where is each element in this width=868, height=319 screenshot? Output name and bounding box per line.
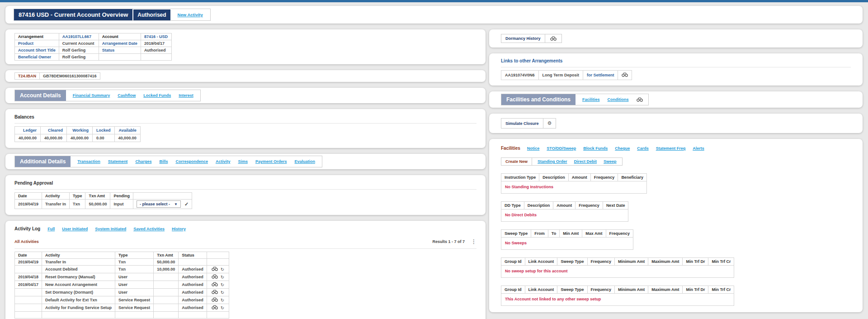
balances-card: Balances Ledger Cleared Working Locked A… bbox=[5, 109, 486, 148]
link-notice[interactable]: Notice bbox=[527, 146, 540, 151]
approve-check-icon[interactable]: ✓ bbox=[184, 201, 189, 207]
refresh-icon[interactable]: ↻ bbox=[221, 305, 224, 310]
all-activities-label: All Activities bbox=[14, 239, 39, 244]
column-header: Frequency bbox=[587, 258, 615, 266]
binoculars-icon[interactable] bbox=[550, 36, 557, 41]
iban-table: T24.IBAN GB78DEM060161300087416 bbox=[14, 72, 100, 80]
empty-cell bbox=[141, 54, 171, 61]
refresh-icon[interactable]: ↻ bbox=[221, 282, 224, 287]
link-charges[interactable]: Charges bbox=[135, 159, 151, 164]
binoculars-icon[interactable] bbox=[212, 290, 218, 294]
binoculars-icon[interactable] bbox=[212, 305, 218, 309]
link-cards[interactable]: Cards bbox=[637, 146, 649, 151]
working-balance: 40,000.00 bbox=[67, 134, 93, 142]
facilities-links: NoticeSTO/DD/SweepBlock FundsChequeCards… bbox=[527, 146, 704, 151]
table-row: AA191074V0N6 Long Term Deposit for Settl… bbox=[501, 71, 632, 80]
link-sto-dd-sweep[interactable]: STO/DD/Sweep bbox=[547, 146, 576, 151]
activity-actions-cell bbox=[207, 259, 229, 266]
refresh-icon[interactable]: ↻ bbox=[221, 290, 224, 295]
kebab-menu-icon[interactable]: ⋮ bbox=[471, 238, 476, 245]
link-standing-order[interactable]: Standing Order bbox=[538, 159, 567, 164]
table-row: Product Current Account Arrangement Date… bbox=[15, 40, 172, 47]
link-user-initiated[interactable]: User Initiated bbox=[62, 227, 88, 231]
link-sims[interactable]: Sims bbox=[238, 159, 248, 164]
additional-details-header: Additional Details bbox=[15, 156, 71, 167]
activity-status: Authorised bbox=[179, 281, 207, 289]
refresh-icon[interactable]: ↻ bbox=[221, 298, 224, 303]
link-evaluation[interactable]: Evaluation bbox=[295, 159, 316, 164]
link-saved-activities[interactable]: Saved Activities bbox=[133, 227, 165, 231]
refresh-icon[interactable]: ↻ bbox=[221, 275, 224, 280]
link-activity[interactable]: Activity bbox=[216, 159, 231, 164]
linked-arrangement-id[interactable]: AA191074V0N6 bbox=[501, 71, 539, 80]
link-conditions[interactable]: Conditions bbox=[608, 97, 629, 102]
arrangement-id[interactable]: AA19107LL667 bbox=[59, 33, 99, 40]
link-block-funds[interactable]: Block Funds bbox=[583, 146, 608, 151]
link-alerts[interactable]: Alerts bbox=[693, 146, 704, 151]
column-header: Group Id bbox=[501, 258, 525, 266]
binoculars-icon[interactable] bbox=[212, 282, 218, 286]
activity-amount bbox=[154, 289, 179, 296]
link-system-initiated[interactable]: System Initiated bbox=[95, 227, 126, 231]
product-label: Product bbox=[15, 40, 59, 47]
binoculars-icon[interactable] bbox=[212, 267, 218, 271]
linked-arrangements-card: Links to other Arrangements AA191074V0N6… bbox=[489, 53, 863, 86]
cleared-balance: 40,000.00 bbox=[41, 134, 67, 142]
page-title: 87416 USD - Current Account Overview bbox=[14, 9, 132, 20]
account-details-card: Account Details Financial SummaryCashflo… bbox=[5, 88, 486, 103]
activity-actions-cell: ↻ bbox=[207, 281, 229, 289]
iban-label: T24.IBAN bbox=[15, 73, 40, 80]
activity-date bbox=[15, 304, 42, 312]
sweep-setup-table-wrap: Group IdLink AccountSweep TypeFrequencyM… bbox=[501, 257, 851, 278]
link-correspondence[interactable]: Correspondence bbox=[175, 159, 208, 164]
link-statement[interactable]: Statement bbox=[108, 159, 128, 164]
beneficial-owner-value: Rolf Gerling bbox=[59, 54, 99, 61]
new-activity-link[interactable]: New Activity bbox=[178, 12, 203, 17]
link-full[interactable]: Full bbox=[47, 227, 55, 231]
binoculars-icon[interactable] bbox=[637, 97, 643, 102]
empty-message: No Direct Debits bbox=[501, 209, 628, 222]
link-interest[interactable]: Interest bbox=[179, 93, 193, 98]
column-header: Sweep Type bbox=[557, 286, 587, 294]
binoculars-icon[interactable] bbox=[622, 72, 628, 77]
link-cheque[interactable]: Cheque bbox=[615, 146, 630, 151]
link-transaction[interactable]: Transaction bbox=[77, 159, 100, 164]
column-header: Max Amt bbox=[582, 230, 606, 238]
pending-approval-select[interactable]: - please select - ▼ bbox=[137, 200, 181, 208]
column-header: Available bbox=[114, 127, 140, 134]
column-header: Date bbox=[15, 193, 42, 200]
gear-icon[interactable]: ⚙ bbox=[547, 120, 552, 126]
results-count: Results 1 - 7 of 7 bbox=[432, 239, 465, 244]
link-statement-freq[interactable]: Statement Freq bbox=[656, 146, 686, 151]
activity-status bbox=[179, 259, 207, 266]
link-bills[interactable]: Bills bbox=[159, 159, 168, 164]
link-financial-summary[interactable]: Financial Summary bbox=[73, 93, 110, 98]
binoculars-icon[interactable] bbox=[212, 297, 218, 302]
link-cashflow[interactable]: Cashflow bbox=[118, 93, 136, 98]
table-row: No Standing Instructions bbox=[501, 181, 647, 194]
activity-status: Authorised bbox=[179, 296, 207, 304]
column-header: Sweep Type bbox=[501, 230, 531, 238]
table-row: Beneficial Owner Rolf Gerling bbox=[15, 54, 172, 61]
iban-value: GB78DEM060161300087416 bbox=[40, 73, 100, 80]
arrangement-date-label: Arrangement Date bbox=[99, 40, 141, 47]
pending-approval-table: Date Activity Type Txn Amt Pending 2019/… bbox=[14, 192, 192, 209]
link-locked-funds[interactable]: Locked Funds bbox=[143, 93, 171, 98]
link-direct-debit[interactable]: Direct Debit bbox=[574, 159, 597, 164]
locked-balance: 0.00 bbox=[93, 134, 115, 142]
column-header: Pending bbox=[110, 193, 133, 200]
linked-arrangements-table: AA191074V0N6 Long Term Deposit for Settl… bbox=[501, 70, 632, 80]
link-history[interactable]: History bbox=[172, 227, 186, 231]
binoculars-icon[interactable] bbox=[212, 274, 218, 279]
refresh-icon[interactable]: ↻ bbox=[221, 267, 224, 272]
account-id[interactable]: 87416 - USD bbox=[141, 33, 171, 40]
divider bbox=[14, 123, 476, 124]
empty-message: No Standing Instructions bbox=[501, 181, 647, 194]
pending-status: Input bbox=[110, 200, 133, 209]
empty-cell bbox=[154, 312, 179, 319]
link-payment-orders[interactable]: Payment Orders bbox=[255, 159, 287, 164]
divider bbox=[501, 67, 851, 67]
left-column: Arrangement AA19107LL667 Account 87416 -… bbox=[5, 29, 486, 319]
link-sweep[interactable]: Sweep bbox=[604, 159, 617, 164]
link-facilities[interactable]: Facilities bbox=[582, 97, 600, 102]
